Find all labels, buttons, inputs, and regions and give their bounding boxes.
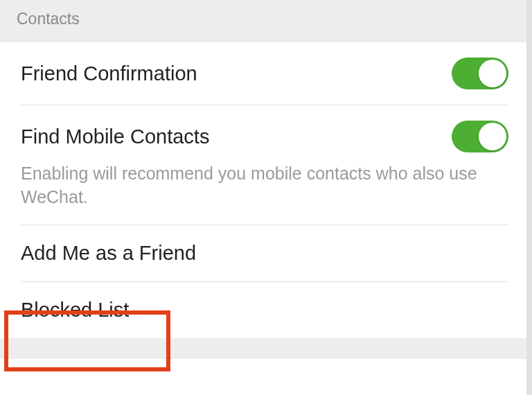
settings-list: Friend Confirmation Find Mobile Contacts… <box>0 42 526 338</box>
toggle-knob <box>479 60 506 87</box>
footer-gap <box>0 338 526 359</box>
friend-confirmation-label: Friend Confirmation <box>21 62 197 85</box>
friend-confirmation-toggle[interactable] <box>452 58 508 89</box>
blocked-list-row[interactable]: Blocked List <box>0 282 526 338</box>
friend-confirmation-row[interactable]: Friend Confirmation <box>0 42 526 105</box>
blocked-list-label: Blocked List <box>21 299 129 322</box>
settings-panel: Contacts Friend Confirmation Find Mobile… <box>0 0 526 395</box>
add-me-as-friend-row[interactable]: Add Me as a Friend <box>0 225 526 281</box>
section-title: Contacts <box>17 10 80 28</box>
find-mobile-contacts-toggle[interactable] <box>452 121 508 152</box>
find-mobile-contacts-description: Enabling will recommend you mobile conta… <box>0 162 526 225</box>
scrollbar-track[interactable] <box>526 0 532 395</box>
find-mobile-contacts-row[interactable]: Find Mobile Contacts <box>0 105 526 162</box>
add-me-as-friend-label: Add Me as a Friend <box>21 242 196 265</box>
section-header-contacts: Contacts <box>0 0 526 42</box>
find-mobile-contacts-label: Find Mobile Contacts <box>21 125 209 148</box>
toggle-knob <box>479 123 506 150</box>
